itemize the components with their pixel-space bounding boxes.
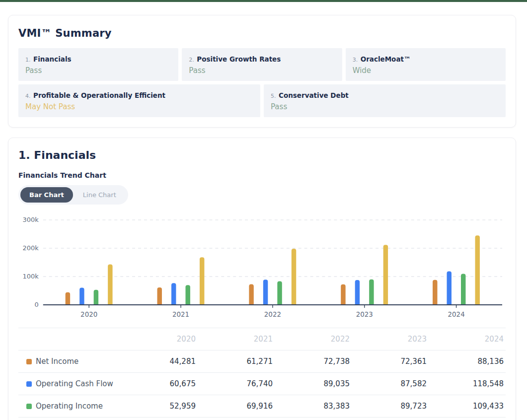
bar-operating-income-2021 <box>185 285 190 305</box>
summary-tile-3: 3. OracleMoat™Wide <box>346 48 506 81</box>
bar-operating-income-2023 <box>369 280 374 305</box>
bar-net-income-2020 <box>66 292 70 305</box>
svg-text:200k: 200k <box>23 244 39 252</box>
value-cell: 211,915 <box>352 418 429 420</box>
bar-revenue-2020 <box>108 264 112 305</box>
line-chart-toggle-button[interactable]: Line Chart <box>73 187 126 203</box>
bar-operating-income-2022 <box>277 281 282 305</box>
table-header-row: 20202021202220232024 <box>18 328 506 350</box>
summary-tile-4: 4. Profitable & Operationally EfficientM… <box>18 84 260 117</box>
value-cell: 87,582 <box>352 373 429 395</box>
table-header-year: 2023 <box>352 328 429 350</box>
tile-label: Profitable & Operationally Efficient <box>33 91 165 99</box>
financials-bar-chart: 0100k200k300k20202021202220232024 <box>18 211 506 322</box>
tile-label: Conservative Debt <box>279 91 349 99</box>
series-name: Net Income <box>36 357 78 366</box>
bar-operating-cash-flow-2022 <box>263 280 268 305</box>
svg-text:2023: 2023 <box>356 310 373 318</box>
value-cell: 60,675 <box>121 373 198 395</box>
svg-text:2024: 2024 <box>448 310 464 318</box>
svg-text:0: 0 <box>35 301 39 308</box>
series-cell: Operating Cash Flow <box>18 373 121 395</box>
series-cell: Net Income <box>18 350 121 373</box>
tile-status-value: Pass <box>189 66 335 75</box>
tile-index: 3. <box>353 57 360 63</box>
bar-net-income-2022 <box>249 284 253 305</box>
series-cell: Operating Income <box>18 395 121 418</box>
value-cell: 83,383 <box>275 395 352 418</box>
page-content: VMI™ Summary 1. FinancialsPass2. Positiv… <box>0 2 527 420</box>
table-row: Revenue143,015168,088198,270211,915245,1… <box>18 418 506 420</box>
value-cell: 61,271 <box>198 350 275 373</box>
vmi-summary-title: VMI™ Summary <box>18 27 506 39</box>
value-cell: 72,738 <box>275 350 352 373</box>
legend-swatch-icon <box>26 381 32 387</box>
summary-tile-2: 2. Positive Growth RatesPass <box>182 48 342 81</box>
series-cell: Revenue <box>18 418 121 420</box>
bar-net-income-2024 <box>433 280 437 305</box>
table-header-year: 2020 <box>121 328 198 350</box>
value-cell: 72,361 <box>352 350 429 373</box>
bar-revenue-2021 <box>200 257 204 305</box>
value-cell: 88,136 <box>429 350 506 373</box>
bar-revenue-2024 <box>475 235 480 305</box>
bar-operating-cash-flow-2020 <box>79 287 84 305</box>
svg-text:2021: 2021 <box>172 310 189 318</box>
table-header-year: 2022 <box>275 328 352 350</box>
value-cell: 168,088 <box>198 418 275 420</box>
value-cell: 69,916 <box>198 395 275 418</box>
value-cell: 245,122 <box>429 418 506 420</box>
series-name: Operating Cash Flow <box>36 379 113 388</box>
trend-chart-title: Financials Trend Chart <box>18 171 506 179</box>
svg-text:2022: 2022 <box>264 310 281 318</box>
value-cell: 44,281 <box>121 350 198 373</box>
bar-operating-cash-flow-2024 <box>447 271 452 305</box>
bar-net-income-2021 <box>157 287 162 305</box>
vmi-summary-card: VMI™ Summary 1. FinancialsPass2. Positiv… <box>8 15 516 128</box>
bar-net-income-2023 <box>341 284 345 305</box>
table-row: Net Income44,28161,27172,73872,36188,136 <box>18 350 506 373</box>
tile-status-value: Wide <box>353 66 499 75</box>
tile-label: Positive Growth Rates <box>197 55 281 63</box>
tile-index: 2. <box>189 57 196 63</box>
financials-card: 1. Financials Financials Trend Chart Bar… <box>8 138 516 420</box>
bar-operating-income-2020 <box>94 290 98 305</box>
summary-tile-5: 5. Conservative DebtPass <box>264 84 506 117</box>
tile-index: 1. <box>25 57 32 63</box>
financials-section-title: 1. Financials <box>18 149 506 161</box>
tile-status-value: Pass <box>271 102 499 111</box>
table-header-series <box>18 328 121 350</box>
financials-table-body: Net Income44,28161,27172,73872,36188,136… <box>18 350 506 420</box>
value-cell: 109,433 <box>429 395 506 418</box>
tile-label: Financials <box>33 55 72 63</box>
table-header-year: 2024 <box>429 328 506 350</box>
legend-swatch-icon <box>26 404 32 409</box>
bar-operating-cash-flow-2023 <box>355 280 360 305</box>
value-cell: 89,723 <box>352 395 429 418</box>
svg-text:300k: 300k <box>23 216 39 223</box>
legend-swatch-icon <box>26 359 32 364</box>
value-cell: 198,270 <box>275 418 352 420</box>
series-name: Operating Income <box>36 402 103 411</box>
bar-chart-toggle-button[interactable]: Bar Chart <box>20 187 73 203</box>
value-cell: 76,740 <box>198 373 275 395</box>
value-cell: 89,035 <box>275 373 352 395</box>
tile-status-value: May Not Pass <box>25 102 253 111</box>
value-cell: 52,959 <box>121 395 198 418</box>
tile-label: OracleMoat™ <box>361 55 411 63</box>
tile-status-value: Pass <box>25 66 171 75</box>
bar-revenue-2023 <box>383 245 388 305</box>
table-header-year: 2021 <box>198 328 275 350</box>
table-row: Operating Cash Flow60,67576,74089,03587,… <box>18 373 506 395</box>
summary-tiles: 1. FinancialsPass2. Positive Growth Rate… <box>18 48 506 117</box>
chart-container: 0100k200k300k20202021202220232024 <box>18 211 506 322</box>
financials-table: 20202021202220232024 Net Income44,28161,… <box>18 328 506 420</box>
svg-text:100k: 100k <box>23 273 39 280</box>
summary-tile-1: 1. FinancialsPass <box>18 48 178 81</box>
bar-operating-cash-flow-2021 <box>171 283 176 305</box>
value-cell: 118,548 <box>429 373 506 395</box>
value-cell: 143,015 <box>121 418 198 420</box>
bar-revenue-2022 <box>292 249 296 305</box>
table-row: Operating Income52,95969,91683,38389,723… <box>18 395 506 418</box>
tile-index: 4. <box>25 93 32 99</box>
